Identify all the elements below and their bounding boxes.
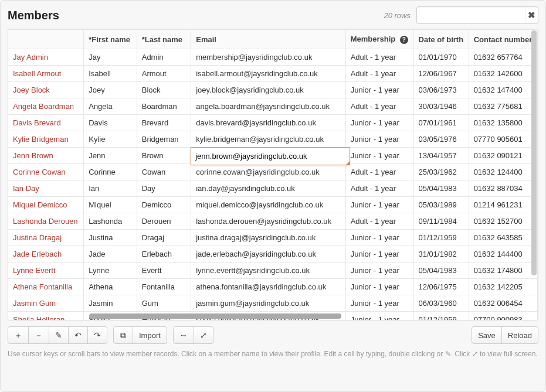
cell-last-name[interactable]: Admin [137,49,191,66]
cell-first-name[interactable]: Athena [84,279,137,295]
cell-last-name[interactable]: Evertt [137,263,191,279]
member-profile-link[interactable]: Isabell Armout [13,69,61,78]
remove-row-button[interactable]: － [28,326,49,344]
cell-contact[interactable]: 01632 887034 [469,180,537,197]
cell-membership[interactable]: Junior - 1 year [345,131,413,148]
cell-last-name[interactable]: Boardman [137,98,191,115]
col-header-email[interactable]: Email [191,30,345,49]
search-box[interactable]: ✖ [416,6,538,24]
cell-first-name[interactable]: Jasmin [84,295,137,312]
cell-contact[interactable]: 07770 905601 [469,131,537,148]
redo-button[interactable]: ↷ [87,326,107,344]
cell-email[interactable]: isabell.armout@jaysridingclub.co.uk [191,66,345,82]
cell-email[interactable]: athena.fontanilla@jaysridingclub.co.uk [191,279,345,295]
cell-last-name[interactable]: Erlebach [137,246,191,263]
cell-last-name[interactable]: Bridgeman [137,131,191,148]
cell-membership[interactable]: Junior - 1 year [345,246,413,263]
member-profile-link[interactable]: Lashonda Derouen [13,217,78,226]
cell-membership[interactable]: Junior - 1 year [345,82,413,98]
member-profile-link[interactable]: Jay Admin [13,53,48,62]
member-profile-link[interactable]: Jasmin Gum [13,299,56,308]
member-profile-link[interactable]: Angela Boardman [13,102,74,111]
cell-fullname[interactable]: Sheila Holloran [8,312,84,321]
search-input[interactable] [417,11,525,20]
vertical-scrollbar-thumb[interactable] [531,30,537,275]
cell-email[interactable]: jade.erlebach@jaysridingclub.co.uk [191,246,345,263]
member-profile-link[interactable]: Athena Fontanilla [13,282,72,291]
cell-fullname[interactable]: Jade Erlebach [8,246,84,263]
edit-row-button[interactable]: ✎ [49,326,69,344]
cell-last-name[interactable]: Brown [137,148,191,164]
cell-last-name[interactable]: Cowan [137,164,191,180]
cell-contact[interactable]: 01632 144400 [469,246,537,263]
cell-email[interactable]: davis.brevard@jaysridingclub.co.uk [191,115,345,131]
cell-contact[interactable]: 01632 090121 [469,148,537,164]
cell-fullname[interactable]: Jenn Brown [8,148,84,164]
cell-dob[interactable]: 12/06/1975 [413,279,469,295]
cell-last-name[interactable]: Dragaj [137,230,191,246]
cell-dob[interactable]: 09/11/1984 [413,213,469,230]
cell-contact[interactable]: 01632 775681 [469,98,537,115]
cell-first-name[interactable]: Lynne [84,263,137,279]
cell-membership[interactable]: Adult - 1 year [345,180,413,197]
cell-dob[interactable]: 07/01/1961 [413,115,469,131]
cell-last-name[interactable]: Fontanilla [137,279,191,295]
cell-membership[interactable]: Junior - 1 year [345,295,413,312]
cell-first-name[interactable]: Lashonda [84,213,137,230]
cell-dob[interactable]: 25/03/1962 [413,164,469,180]
cell-contact[interactable]: 01214 961231 [469,197,537,213]
cell-dob[interactable]: 12/06/1967 [413,66,469,82]
cell-fullname[interactable]: Lynne Evertt [8,263,84,279]
cell-email[interactable]: lashonda.derouen@jaysridingclub.co.uk [191,213,345,230]
cell-fullname[interactable]: Isabell Armout [8,66,84,82]
cell-last-name[interactable]: Brevard [137,115,191,131]
cell-fullname[interactable]: Justina Dragaj [8,230,84,246]
cell-dob[interactable]: 30/03/1946 [413,98,469,115]
cell-email[interactable]: lynne.evertt@jaysridingclub.co.uk [191,263,345,279]
cell-first-name[interactable]: Justina [84,230,137,246]
cell-last-name[interactable]: Day [137,180,191,197]
cell-fullname[interactable]: Angela Boardman [8,98,84,115]
cell-contact[interactable]: 01632 174800 [469,263,537,279]
cell-first-name[interactable]: Davis [84,115,137,131]
cell-first-name[interactable]: Jade [84,246,137,263]
cell-fullname[interactable]: Jasmin Gum [8,295,84,312]
cell-contact[interactable]: 01632 006454 [469,295,537,312]
cell-fullname[interactable]: Corinne Cowan [8,164,84,180]
save-button[interactable]: Save [472,326,502,344]
cell-membership[interactable]: Junior - 1 year [345,263,413,279]
cell-editor-resize-handle[interactable] [345,161,350,165]
help-icon[interactable]: ? [400,36,408,44]
cell-first-name[interactable]: Joey [84,82,137,98]
cell-contact[interactable]: 01632 147400 [469,82,537,98]
cell-email[interactable]: ian.day@jaysridingclub.co.uk [191,180,345,197]
cell-dob[interactable]: 03/05/1976 [413,131,469,148]
cell-dob[interactable]: 31/01/1982 [413,246,469,263]
cell-email[interactable]: jasmin.gum@jaysridingclub.co.uk [191,295,345,312]
cell-fullname[interactable]: Miquel Demicco [8,197,84,213]
cell-email[interactable]: joey.block@jaysridingclub.co.uk [191,82,345,98]
cell-last-name[interactable]: Block [137,82,191,98]
cell-membership[interactable]: Junior - 1 year [345,230,413,246]
member-profile-link[interactable]: Justina Dragaj [13,233,62,242]
cell-dob[interactable]: 01/01/1970 [413,49,469,66]
import-button[interactable]: Import [133,326,167,344]
cell-dob[interactable]: 13/04/1957 [413,148,469,164]
col-header-first-name[interactable]: *First name [84,30,137,49]
cell-first-name[interactable]: Corinne [84,164,137,180]
undo-button[interactable]: ↶ [68,326,88,344]
cell-first-name[interactable]: Jenn [84,148,137,164]
member-profile-link[interactable]: Davis Brevard [13,118,61,127]
cell-fullname[interactable]: Joey Block [8,82,84,98]
cell-last-name[interactable]: Gum [137,295,191,312]
cell-membership[interactable]: Adult - 1 year [345,66,413,82]
fullscreen-button[interactable]: ⤢ [194,326,213,344]
cell-dob[interactable]: 01/12/1959 [413,230,469,246]
cell-contact[interactable]: 01632 124400 [469,164,537,180]
horizontal-scrollbar-thumb[interactable] [89,313,341,319]
cell-last-name[interactable]: Armout [137,66,191,82]
cell-email[interactable]: corinne.cowan@jaysridingclub.co.uk [191,164,345,180]
member-profile-link[interactable]: Kylie Bridgeman [13,135,69,144]
cell-fullname[interactable]: Davis Brevard [8,115,84,131]
cell-first-name[interactable]: Miquel [84,197,137,213]
